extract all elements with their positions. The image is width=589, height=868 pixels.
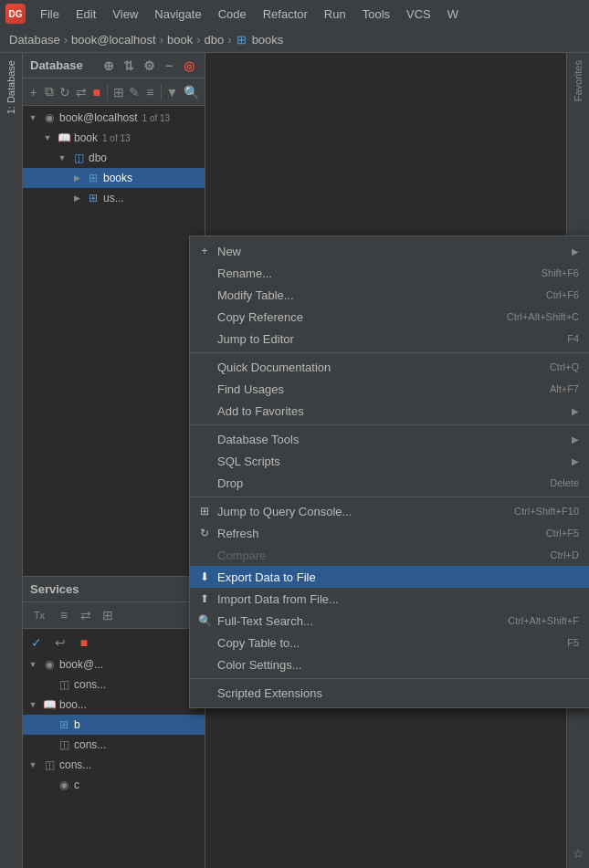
breadcrumb-dbo[interactable]: dbo xyxy=(205,33,225,47)
breadcrumb-sep-1: › xyxy=(64,33,68,47)
ctx-item-modify[interactable]: Modify Table...Ctrl+F6 xyxy=(190,284,589,306)
menu-code[interactable]: Code xyxy=(211,5,254,23)
svc-exp-cons2 xyxy=(41,738,54,751)
menu-file[interactable]: File xyxy=(33,5,67,23)
ctx-item-quick-doc[interactable]: Quick DocumentationCtrl+Q xyxy=(190,356,589,378)
breadcrumb-localhost[interactable]: book@localhost xyxy=(71,33,156,47)
svc-item-book[interactable]: ▼ 📖 boo... xyxy=(23,695,205,715)
favorites-icon: Favorites xyxy=(573,60,584,101)
ctx-item-export-data[interactable]: ⬇Export Data to File xyxy=(190,566,589,588)
menu-w[interactable]: W xyxy=(440,5,466,23)
svc-grid-btn[interactable]: ⊞ xyxy=(98,605,118,625)
ctx-shortcut-jump-editor: F4 xyxy=(567,333,579,344)
ctx-shortcut-copy-table: F5 xyxy=(567,637,579,648)
menu-view[interactable]: View xyxy=(105,5,145,23)
ctx-label-modify: Modify Table... xyxy=(217,288,294,302)
ctx-item-scripted-ext[interactable]: Scripted Extensions xyxy=(190,682,589,704)
dbo-label: dbo xyxy=(89,152,107,164)
svc-align-btn[interactable]: ≡ xyxy=(54,605,74,625)
minimize-icon[interactable]: − xyxy=(161,58,177,74)
menu-edit[interactable]: Edit xyxy=(68,5,103,23)
ctx-item-jump-console[interactable]: ⊞Jump to Query Console...Ctrl+Shift+F10 xyxy=(190,500,589,522)
ctx-label-jump-editor: Jump to Editor xyxy=(217,332,294,346)
menu-refactor[interactable]: Refactor xyxy=(256,5,315,23)
ctx-sep-sep3 xyxy=(190,497,589,497)
ctx-item-refresh[interactable]: ↻RefreshCtrl+F5 xyxy=(190,522,589,544)
sync-button[interactable]: ⇄ xyxy=(74,82,88,102)
expand-users[interactable]: ▶ xyxy=(70,192,83,204)
filter-icon[interactable]: ⇅ xyxy=(121,58,137,74)
expand-book[interactable]: ▼ xyxy=(41,131,54,144)
ctx-item-import-data[interactable]: ⬆Import Data from File... xyxy=(190,588,589,610)
svc-tx-button[interactable]: Tx xyxy=(26,605,52,625)
ctx-item-copy-ref[interactable]: Copy ReferenceCtrl+Alt+Shift+C xyxy=(190,306,589,328)
tree-item-books[interactable]: ▶ ⊞ books xyxy=(23,168,205,188)
add-datasource-icon[interactable]: ⊕ xyxy=(100,58,117,74)
menu-tools[interactable]: Tools xyxy=(355,5,397,23)
ctx-item-drop[interactable]: DropDelete xyxy=(190,472,589,494)
grid-button[interactable]: ⊞ xyxy=(111,82,125,102)
ctx-item-jump-editor[interactable]: Jump to EditorF4 xyxy=(190,328,589,350)
menu-navigate[interactable]: Navigate xyxy=(147,5,208,23)
ctx-label-new: New xyxy=(217,245,241,258)
tree-item-dbo[interactable]: ▼ ◫ dbo xyxy=(23,148,205,168)
breadcrumb-database[interactable]: Database xyxy=(9,33,60,47)
menu-vcs[interactable]: VCS xyxy=(399,5,438,23)
refresh-button[interactable]: ↻ xyxy=(58,82,72,102)
breadcrumb-books[interactable]: books xyxy=(252,33,284,47)
svc-item-connection[interactable]: ▼ ◉ book@... xyxy=(23,654,205,675)
tree-item-users[interactable]: ▶ ⊞ us... xyxy=(23,188,205,208)
services-tree: ✓ ↩ ■ ▼ ◉ book@... ◫ cons... ▼ 📖 boo... … xyxy=(23,629,205,868)
expand-books[interactable]: ▶ xyxy=(70,172,83,184)
ctx-arrow-new: ▶ xyxy=(572,246,579,256)
ctx-item-add-favorites[interactable]: Add to Favorites▶ xyxy=(190,400,589,422)
svc-expand-1[interactable]: ▼ xyxy=(26,658,39,671)
svc-exp-c xyxy=(41,779,54,791)
star-icon[interactable]: ☆ xyxy=(573,846,584,861)
ctx-item-copy-table[interactable]: Copy Table to...F5 xyxy=(190,632,589,654)
breadcrumb-book[interactable]: book xyxy=(167,33,193,47)
settings-icon[interactable]: ⚙ xyxy=(141,58,157,74)
users-label: us... xyxy=(103,192,124,204)
ctx-label-quick-doc: Quick Documentation xyxy=(217,361,331,374)
tree-item-book-db[interactable]: ▼ 📖 book 1 of 13 xyxy=(23,128,205,148)
menu-run[interactable]: Run xyxy=(317,5,353,23)
add-button[interactable]: + xyxy=(26,82,40,102)
stop-button[interactable]: ■ xyxy=(89,82,103,102)
services-header: Services xyxy=(23,577,205,602)
ctx-item-db-tools[interactable]: Database Tools▶ xyxy=(190,428,589,450)
svc-item-cons3[interactable]: ▼ ◫ cons... xyxy=(23,755,205,775)
svc-item-cons1[interactable]: ◫ cons... xyxy=(23,675,205,695)
copy-button[interactable]: ⧉ xyxy=(42,82,56,102)
ctx-item-find-usages[interactable]: Find UsagesAlt+F7 xyxy=(190,378,589,400)
edit-button[interactable]: ✎ xyxy=(127,82,141,102)
expand-connection[interactable]: ▼ xyxy=(26,111,39,124)
svc-expand-2[interactable]: ▼ xyxy=(26,698,39,711)
users-table-icon: ⊞ xyxy=(86,191,100,205)
ctx-item-new[interactable]: +New▶ xyxy=(190,240,589,262)
svc-book-label: boo... xyxy=(59,698,87,711)
tree-item-connection[interactable]: ▼ ◉ book@localhost 1 of 13 xyxy=(23,108,205,128)
svc-check-btn[interactable]: ✓ xyxy=(26,633,47,653)
filter-btn[interactable]: ▼ xyxy=(165,82,179,102)
table-icon: ⊞ xyxy=(236,34,248,47)
ctx-shortcut-fulltext-search: Ctrl+Alt+Shift+F xyxy=(508,615,579,626)
ctx-label-fulltext-search: Full-Text Search... xyxy=(217,614,313,628)
svc-stop-btn[interactable]: ■ xyxy=(74,633,94,653)
ctx-label-scripted-ext: Scripted Extensions xyxy=(217,686,322,700)
ctx-item-sql-scripts[interactable]: SQL Scripts▶ xyxy=(190,450,589,472)
svc-item-c[interactable]: ◉ c xyxy=(23,775,205,795)
search-btn[interactable]: 🔍 xyxy=(181,82,201,102)
svc-sync-btn[interactable]: ⇄ xyxy=(76,605,96,625)
svc-undo-btn[interactable]: ↩ xyxy=(50,633,70,653)
connection-badge: 1 of 13 xyxy=(142,113,171,123)
expand-dbo[interactable]: ▼ xyxy=(56,152,68,164)
svc-item-b[interactable]: ⊞ b xyxy=(23,715,205,735)
sidebar-tab-database[interactable]: 1: Database xyxy=(2,53,20,121)
svc-expand-3[interactable]: ▼ xyxy=(26,758,39,771)
ctx-item-rename[interactable]: Rename...Shift+F6 xyxy=(190,262,589,284)
ctx-item-color-settings[interactable]: Color Settings... xyxy=(190,654,589,675)
svc-item-cons2[interactable]: ◫ cons... xyxy=(23,735,205,755)
ctx-item-fulltext-search[interactable]: 🔍Full-Text Search...Ctrl+Alt+Shift+F xyxy=(190,610,589,632)
more-button[interactable]: ≡ xyxy=(143,82,157,102)
